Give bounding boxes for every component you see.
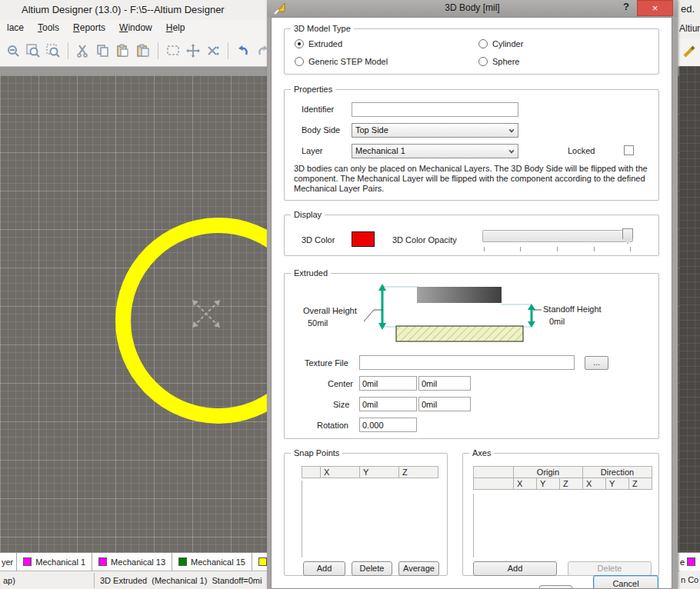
overall-height-value[interactable]: 50mil xyxy=(308,318,328,328)
group-3d-model-type: 3D Model Type Extruded Cylinder Generic … xyxy=(284,28,659,75)
size-x-field[interactable] xyxy=(359,397,417,411)
rotation-field[interactable] xyxy=(359,418,417,432)
toolbar-separator xyxy=(228,42,228,59)
paste-special-icon[interactable] xyxy=(135,42,152,59)
undo-icon[interactable] xyxy=(235,42,252,59)
texture-file-field[interactable] xyxy=(359,355,575,370)
texture-file-label: Texture File xyxy=(305,358,348,368)
status-separator xyxy=(94,573,95,588)
layer-select[interactable]: Mechanical 1 xyxy=(352,144,518,158)
layer-label: Layer xyxy=(302,146,323,155)
status-left-fragment: ap) xyxy=(3,576,15,585)
status-message: 3D Extruded (Mechanical 1) Standoff=0mi xyxy=(100,576,262,585)
background-window-toolbar xyxy=(679,38,700,66)
dialog-close-button[interactable]: × xyxy=(637,0,673,16)
group-axes: Axes Origin Direction X Y Z X Y Z A xyxy=(462,453,659,576)
layer-color-swatch xyxy=(23,557,32,566)
layer-color-swatch xyxy=(687,557,695,566)
group-label: Snap Points xyxy=(291,448,342,458)
chevron-down-icon xyxy=(509,148,515,154)
dialog-titlebar[interactable]: 3D Body [mil] ? × xyxy=(267,0,678,17)
locked-label: Locked xyxy=(568,146,595,155)
layer-tab-fragment[interactable]: yer xyxy=(0,553,17,571)
size-y-field[interactable] xyxy=(418,397,471,411)
ok-button-partial[interactable] xyxy=(539,585,572,589)
zoom-selection-icon[interactable] xyxy=(45,42,62,59)
radio-dot xyxy=(295,39,304,48)
standoff-height-label: Standoff Height xyxy=(543,304,602,314)
center-label: Center xyxy=(328,379,353,388)
radio-dot xyxy=(478,57,488,66)
snap-col-y: Y xyxy=(360,467,399,478)
layer-color-swatch xyxy=(178,557,187,566)
break-track-icon[interactable] xyxy=(205,42,222,59)
body-side-select[interactable]: Top Side xyxy=(352,123,518,138)
paste-icon[interactable] xyxy=(115,42,132,59)
identifier-field[interactable] xyxy=(352,102,518,117)
group-display: Display 3D Color 3D Color Opacity xyxy=(284,215,659,256)
menu-tools[interactable]: Tools xyxy=(31,21,66,35)
axes-col-direction: Direction xyxy=(583,467,652,478)
background-status-fragment: n Co xyxy=(681,575,698,584)
axes-add-button[interactable]: Add xyxy=(473,561,557,576)
layer-tab-mechanical-15[interactable]: Mechanical 15 xyxy=(172,553,252,571)
identifier-label: Identifier xyxy=(302,105,334,114)
group-extruded: Extruded Overall xyxy=(284,273,659,439)
snap-delete-button[interactable]: Delete xyxy=(352,561,392,576)
cut-icon[interactable] xyxy=(75,42,92,59)
select-area-icon[interactable] xyxy=(165,42,182,59)
3d-color-label: 3D Color xyxy=(302,235,335,245)
snap-points-table: X Y Z xyxy=(302,466,438,478)
toolbar-separator xyxy=(158,42,158,59)
radio-generic-step-model[interactable]: Generic STEP Model xyxy=(295,57,388,66)
browse-button[interactable]: ... xyxy=(585,356,608,370)
menu-reports[interactable]: Reports xyxy=(66,21,112,35)
layer-tab-mechanical-1[interactable]: Mechanical 1 xyxy=(17,553,92,571)
radio-sphere[interactable]: Sphere xyxy=(478,57,519,66)
copy-icon[interactable] xyxy=(95,42,112,59)
pencil-icon[interactable] xyxy=(682,45,696,58)
cancel-button[interactable]: Cancel xyxy=(593,575,658,589)
layer-color-swatch xyxy=(98,557,107,566)
menu-place-fragment[interactable]: lace xyxy=(0,21,31,35)
background-tab-fragment: e xyxy=(680,557,685,567)
radio-cylinder[interactable]: Cylinder xyxy=(478,39,523,48)
size-label: Size xyxy=(333,400,349,409)
move-icon[interactable] xyxy=(185,42,202,59)
opacity-slider[interactable] xyxy=(482,228,633,253)
center-y-field[interactable] xyxy=(418,376,471,391)
snap-average-button[interactable]: Average xyxy=(398,561,439,576)
slider-groove xyxy=(482,230,633,242)
main-window-title: Altium Designer (13.0) - F:\5--Altium De… xyxy=(22,4,225,15)
menu-help[interactable]: Help xyxy=(159,21,192,35)
axes-delete-button: Delete xyxy=(568,561,652,576)
snap-add-button[interactable]: Add xyxy=(303,561,345,576)
axes-col-origin: Origin xyxy=(514,467,583,478)
radio-extruded[interactable]: Extruded xyxy=(295,39,342,48)
locked-checkbox[interactable] xyxy=(624,145,634,155)
zoom-out-icon[interactable] xyxy=(5,42,22,59)
properties-note: 3D bodies can only be placed on Mechanic… xyxy=(294,164,654,194)
axes-table-body xyxy=(473,494,652,557)
layer-tab-mechanical-13[interactable]: Mechanical 13 xyxy=(92,553,172,571)
center-x-field[interactable] xyxy=(359,376,417,391)
standoff-height-value[interactable]: 0mil xyxy=(549,317,565,326)
zoom-window-icon[interactable] xyxy=(25,42,42,59)
radio-dot xyxy=(295,57,304,66)
snap-col-x: X xyxy=(321,467,360,478)
3d-color-swatch[interactable] xyxy=(352,231,375,247)
selection-crosshair-icon xyxy=(188,295,225,332)
background-window-tabstrip: e xyxy=(679,552,700,571)
group-label: Display xyxy=(291,210,325,219)
snap-points-table-body xyxy=(302,481,438,557)
background-window-menu-fragment: Altium xyxy=(679,23,700,34)
dialog-body: 3D Model Type Extruded Cylinder Generic … xyxy=(271,17,672,589)
group-label: Properties xyxy=(291,85,335,94)
background-window-canvas xyxy=(679,66,700,552)
overall-height-label: Overall Height xyxy=(303,306,357,315)
dialog-help-button[interactable]: ? xyxy=(619,1,633,15)
menu-window[interactable]: Window xyxy=(112,21,159,35)
group-label: Axes xyxy=(469,448,494,458)
group-snap-points: Snap Points X Y Z Add Delete Average xyxy=(284,453,448,576)
radio-dot xyxy=(478,39,488,48)
